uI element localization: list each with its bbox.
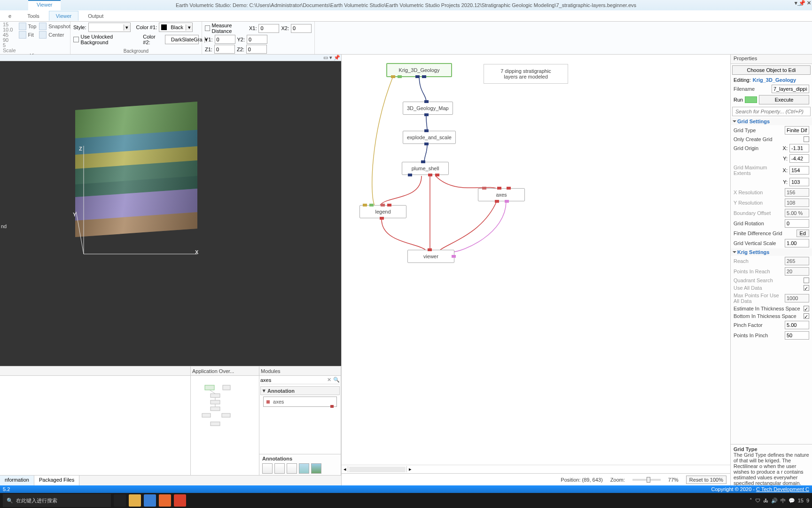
color2-combo[interactable]: DarkSlateGra▾: [165, 35, 199, 44]
pin-icon[interactable]: 📌: [334, 55, 340, 61]
chevron-down-icon[interactable]: ▾: [263, 388, 265, 394]
node-plume-shell[interactable]: plume_shell: [402, 162, 449, 175]
annot-tool-4[interactable]: [299, 463, 309, 474]
view-center-button[interactable]: Center: [39, 31, 70, 39]
module-item-axes[interactable]: axes: [263, 397, 337, 407]
clear-search-icon[interactable]: ✕: [327, 377, 331, 383]
x1-input[interactable]: [258, 24, 279, 33]
y-res-label: Y Resolution: [734, 200, 783, 206]
task-view-icon[interactable]: [114, 494, 126, 507]
pinch-f-input[interactable]: [785, 321, 809, 329]
reset-zoom-button[interactable]: Reset to 100%: [686, 476, 726, 484]
file-explorer-icon[interactable]: [129, 494, 141, 507]
section-krig-settings[interactable]: Krig Settings: [731, 248, 812, 256]
node-graph-panel: Krig_3D_Geology 3D_Geology_Map explode_a…: [341, 55, 730, 485]
gvs-input[interactable]: [785, 239, 809, 247]
ribbon-tab-tools[interactable]: Tools: [21, 11, 46, 21]
3d-viewport[interactable]: nd X Y Z: [0, 61, 341, 366]
node-krig-3d-geology[interactable]: Krig_3D_Geology: [386, 63, 452, 77]
ribbon-tab-viewer[interactable]: Viewer: [49, 11, 78, 21]
annot-tool-3[interactable]: [287, 463, 297, 474]
scroll-left-icon[interactable]: ◂: [342, 466, 348, 472]
tray-notifications-icon[interactable]: 💬: [789, 498, 795, 504]
tray-chevron-icon[interactable]: ˄: [750, 498, 752, 504]
tray-shield-icon[interactable]: 🛡: [755, 498, 760, 503]
filename-input[interactable]: [772, 85, 809, 93]
node-3d-geology-map[interactable]: 3D_Geology_Map: [403, 102, 453, 115]
app-icon-1[interactable]: [159, 494, 171, 507]
dock-icon[interactable]: ▭: [323, 55, 328, 61]
annot-tool-2[interactable]: [274, 463, 285, 474]
z2-input[interactable]: [246, 45, 267, 54]
grid-max-y-input[interactable]: [789, 178, 809, 186]
rotation-input[interactable]: [785, 219, 809, 228]
execute-button[interactable]: Execute: [759, 95, 809, 104]
scroll-right-icon[interactable]: ▸: [406, 466, 413, 472]
node-axes[interactable]: axes: [478, 188, 525, 201]
svg-rect-3: [205, 385, 214, 390]
choose-object-button[interactable]: Choose Object to Edi: [732, 65, 811, 75]
grid-origin-x-input[interactable]: [789, 144, 809, 152]
viewport-hint-text: nd: [1, 223, 7, 229]
editing-label: Editing:: [734, 77, 751, 83]
ribbon-tab-output[interactable]: Output: [81, 11, 110, 21]
z1-input[interactable]: [214, 45, 235, 54]
annot-tool-5[interactable]: [311, 463, 321, 474]
y1-label: Y1:: [205, 37, 213, 42]
tray-ime-icon[interactable]: 中: [781, 497, 786, 504]
panel-body-modules: ✕ 🔍 ▾ Annotation axes: [259, 376, 341, 454]
y2-label: Y2:: [237, 37, 245, 42]
module-group-annotation[interactable]: Annotation: [267, 388, 295, 394]
system-tray[interactable]: ˄ 🛡 🖧 🔊 中 💬 15 9: [750, 497, 809, 504]
node-legend[interactable]: legend: [359, 205, 406, 218]
grid-type-input[interactable]: [785, 126, 809, 135]
title-file-tab[interactable]: Viewer: [28, 0, 61, 10]
zoom-slider[interactable]: [632, 479, 661, 481]
node-viewer[interactable]: viewer: [407, 250, 454, 263]
bot-thick-checkbox[interactable]: ✓: [804, 313, 809, 319]
y2-input[interactable]: [247, 35, 267, 44]
scale-tick: 10.0: [3, 28, 16, 32]
color1-combo[interactable]: Black▾: [159, 23, 193, 32]
search-icon[interactable]: 🔍: [333, 377, 340, 383]
annot-tool-1[interactable]: [262, 463, 273, 474]
graph-note[interactable]: 7 dipping stratigraphic layers are model…: [484, 64, 568, 84]
property-search-input[interactable]: [732, 107, 811, 116]
zoom-label: Zoom:: [610, 477, 625, 483]
chevron-down-icon: [733, 120, 736, 122]
panel-body-appover[interactable]: [191, 376, 259, 475]
tray-volume-icon[interactable]: 🔊: [771, 498, 778, 504]
cursor-position: Position: (89, 643): [561, 477, 602, 483]
ribbon-tab-file[interactable]: e: [2, 11, 18, 21]
editing-value: Krig_3D_Geology: [753, 77, 796, 83]
node-explode-and-scale[interactable]: explode_and_scale: [403, 131, 456, 144]
pinch-p-input[interactable]: [785, 331, 809, 340]
section-grid-settings[interactable]: Grid Settings: [731, 118, 812, 125]
panel-body-blank: [0, 376, 190, 475]
y1-input[interactable]: [215, 35, 235, 44]
node-graph[interactable]: Krig_3D_Geology 3D_Geology_Map explode_a…: [342, 55, 730, 465]
file-tab-information[interactable]: nformation: [0, 476, 34, 485]
view-snapshot-button[interactable]: Snapshot: [39, 23, 70, 30]
grid-origin-y-input[interactable]: [789, 154, 809, 163]
grid-max-x-input[interactable]: [789, 166, 809, 175]
file-tab-packaged[interactable]: Packaged Files: [34, 476, 79, 485]
fit-icon: [19, 31, 26, 39]
use-unlocked-checkbox[interactable]: [73, 37, 79, 42]
tray-network-icon[interactable]: 🖧: [763, 498, 768, 503]
ctech-link[interactable]: C Tech Development C: [756, 486, 809, 492]
est-thick-checkbox[interactable]: ✓: [804, 306, 809, 311]
globe-icon[interactable]: [144, 494, 156, 507]
taskbar-search[interactable]: 🔍 在此键入进行搜索: [3, 494, 111, 507]
autohide-icon[interactable]: ▾: [329, 55, 332, 61]
graph-h-scrollbar[interactable]: [349, 467, 406, 472]
fd-grid-edit-button[interactable]: Ed: [796, 230, 809, 237]
style-combo[interactable]: ▾: [88, 23, 131, 32]
view-fit-button[interactable]: Fit: [19, 31, 37, 39]
modules-search-input[interactable]: [260, 377, 325, 383]
view-top-button[interactable]: Top: [19, 23, 37, 30]
only-create-grid-checkbox[interactable]: [804, 136, 809, 142]
app-icon-2[interactable]: [174, 494, 186, 507]
measure-distance-checkbox[interactable]: [205, 25, 210, 31]
x2-input[interactable]: [291, 24, 312, 33]
